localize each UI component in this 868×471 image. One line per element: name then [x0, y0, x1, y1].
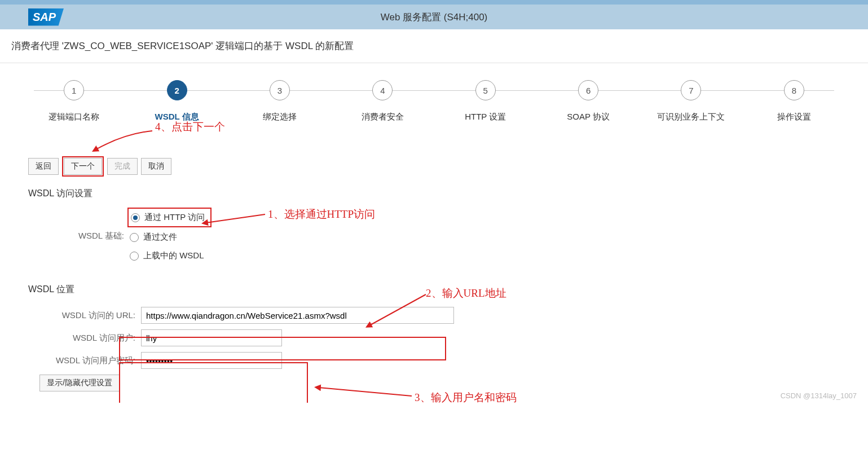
finish-button: 完成: [107, 158, 138, 175]
radio-icon: [130, 252, 139, 261]
wizard-steps: 1逻辑端口名称 2WSDL 信息 3绑定选择 4消费者安全 5HTTP 设置 6…: [0, 63, 868, 128]
radio-file[interactable]: 通过文件: [130, 232, 206, 243]
arrow-3-icon: [313, 382, 415, 403]
url-label: WSDL 访问的 URL:: [34, 310, 141, 321]
header-title: Web 服务配置 (S4H;400): [381, 11, 488, 24]
toggle-proxy-button[interactable]: 显示/隐藏代理设置: [39, 375, 120, 391]
annotation-2: 2、输入URL地址: [426, 286, 506, 301]
radio-icon: [130, 233, 139, 242]
cancel-button[interactable]: 取消: [141, 158, 171, 175]
sap-logo: SAP: [28, 8, 64, 26]
annotation-3: 3、输入用户名和密码: [415, 390, 517, 403]
page-subtitle: 消费者代理 'ZWS_CO_WEB_SERVICE1SOAP' 逻辑端口的基于 …: [0, 29, 868, 63]
step-2[interactable]: 2WSDL 信息: [125, 80, 228, 122]
watermark: CSDN @1314lay_1007: [781, 391, 857, 400]
step-4[interactable]: 4消费者安全: [331, 80, 434, 122]
radio-icon: [131, 213, 140, 222]
radio-upload[interactable]: 上载中的 WSDL: [130, 250, 206, 261]
app-header: SAP Web 服务配置 (S4H;400): [0, 5, 868, 29]
step-1[interactable]: 1逻辑端口名称: [23, 80, 125, 122]
step-8[interactable]: 8操作设置: [743, 80, 845, 122]
wsdl-base-label: WSDL 基础:: [39, 231, 130, 241]
radio-http[interactable]: 通过 HTTP 访问: [131, 212, 205, 223]
arrow-1-icon: [200, 210, 268, 227]
annotation-box-creds: [119, 362, 308, 403]
step-3[interactable]: 3绑定选择: [228, 80, 331, 122]
wsdl-access-title: WSDL 访问设置: [28, 188, 840, 200]
annotation-1: 1、选择通过HTTP访问: [268, 207, 375, 222]
step-5[interactable]: 5HTTP 设置: [434, 80, 537, 122]
back-button[interactable]: 返回: [28, 158, 59, 175]
step-7[interactable]: 7可识别业务上下文: [640, 80, 742, 122]
step-6[interactable]: 6SOAP 协议: [537, 80, 640, 122]
annotation-box-url: [119, 337, 446, 360]
arrow-4-icon: [90, 128, 158, 153]
next-button[interactable]: 下一个: [64, 158, 102, 175]
arrow-2-icon: [361, 292, 429, 331]
